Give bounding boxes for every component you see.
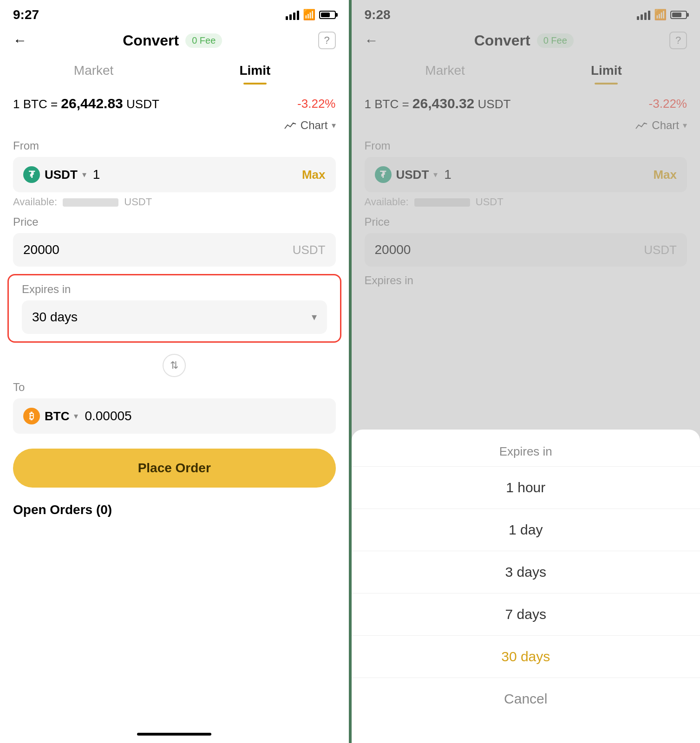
from-input-value-right[interactable]: 1 bbox=[444, 167, 647, 182]
from-input-row-left: ₮ USDT ▾ 1 Max bbox=[13, 157, 336, 192]
expires-option-30days[interactable]: 30 days bbox=[352, 636, 700, 678]
expires-bottom-sheet[interactable]: Expires in 1 hour 1 day 3 days 7 days 30… bbox=[352, 430, 700, 743]
price-input-currency-left: USDT bbox=[293, 243, 326, 257]
expires-dropdown-left[interactable]: 30 days ▾ bbox=[22, 300, 327, 334]
from-section-right: From ₮ USDT ▾ 1 Max Available: USDT bbox=[352, 139, 700, 208]
status-bar-right: 9:28 📶 bbox=[352, 0, 700, 26]
price-label-left: Price bbox=[13, 215, 336, 228]
price-value-left: 26,442.83 bbox=[61, 96, 123, 111]
to-label-left: To bbox=[13, 381, 336, 394]
time-right: 9:28 bbox=[365, 7, 391, 22]
chart-toggle-left[interactable]: Chart ▾ bbox=[0, 119, 349, 139]
from-currency-selector-right[interactable]: ₮ USDT ▾ bbox=[375, 166, 438, 183]
nav-title-left: Convert bbox=[123, 32, 179, 49]
price-row-left: 1 BTC = 26,442.83 USDT -3.22% bbox=[0, 96, 349, 119]
wifi-icon: 📶 bbox=[303, 9, 315, 21]
price-suffix-right: USDT bbox=[478, 97, 511, 111]
swap-btn-row-left: ⇅ bbox=[0, 350, 349, 381]
help-button-right[interactable]: ? bbox=[669, 32, 687, 49]
nav-title-group-right: Convert 0 Fee bbox=[474, 32, 574, 49]
tab-market-left[interactable]: Market bbox=[13, 57, 174, 85]
from-label-right: From bbox=[365, 139, 687, 152]
nav-header-left: ← Convert 0 Fee ? bbox=[0, 26, 349, 57]
expires-section-left: Expires in 30 days ▾ bbox=[7, 274, 341, 343]
price-label-right: Price bbox=[365, 215, 687, 228]
price-info-left: 1 BTC = 26,442.83 USDT bbox=[13, 96, 159, 111]
max-button-right[interactable]: Max bbox=[653, 168, 677, 182]
tabs-left: Market Limit bbox=[0, 57, 349, 85]
nav-header-right: ← Convert 0 Fee ? bbox=[352, 26, 700, 57]
to-section-left: To ₿ BTC ▾ 0.00005 bbox=[0, 381, 349, 434]
price-prefix-left: 1 BTC = bbox=[13, 97, 58, 111]
place-order-button-left[interactable]: Place Order bbox=[13, 449, 336, 488]
expires-chevron-icon-left: ▾ bbox=[312, 311, 317, 323]
tab-market-right[interactable]: Market bbox=[365, 57, 526, 85]
from-currency-name-right: USDT bbox=[396, 168, 429, 182]
from-chevron-icon-left: ▾ bbox=[82, 169, 86, 180]
price-value-right: 26,430.32 bbox=[412, 96, 474, 111]
available-text-right: Available: USDT bbox=[365, 192, 687, 208]
price-section-left: Price 20000 USDT bbox=[0, 215, 349, 267]
expires-cancel-button[interactable]: Cancel bbox=[352, 678, 700, 720]
battery-icon-right bbox=[670, 11, 687, 19]
help-button-left[interactable]: ? bbox=[318, 32, 336, 49]
max-button-left[interactable]: Max bbox=[302, 168, 326, 182]
from-input-value-left[interactable]: 1 bbox=[93, 167, 295, 182]
expires-option-3days[interactable]: 3 days bbox=[352, 551, 700, 593]
tether-icon-left: ₮ bbox=[23, 166, 40, 183]
signal-icon bbox=[286, 10, 299, 20]
price-input-row-right[interactable]: 20000 USDT bbox=[365, 233, 687, 267]
to-currency-name-left: BTC bbox=[45, 409, 69, 424]
tabs-right: Market Limit bbox=[352, 57, 700, 85]
available-text-left: Available: USDT bbox=[13, 192, 336, 208]
expires-option-7days[interactable]: 7 days bbox=[352, 593, 700, 636]
expires-value-left: 30 days bbox=[32, 310, 312, 325]
chart-icon-right bbox=[635, 120, 648, 130]
tab-limit-right[interactable]: Limit bbox=[526, 57, 687, 85]
from-currency-name-left: USDT bbox=[45, 168, 78, 182]
available-blur-left bbox=[63, 198, 118, 207]
from-label-left: From bbox=[13, 139, 336, 152]
to-currency-selector-left[interactable]: ₿ BTC ▾ bbox=[23, 408, 78, 424]
signal-icon-right bbox=[637, 10, 650, 20]
fee-badge-left: 0 Fee bbox=[185, 33, 222, 48]
chart-icon-left bbox=[284, 120, 297, 130]
from-currency-selector-left[interactable]: ₮ USDT ▾ bbox=[23, 166, 86, 183]
chevron-down-icon-right: ▾ bbox=[683, 120, 687, 130]
chart-label-left: Chart bbox=[301, 119, 328, 132]
home-indicator-left bbox=[137, 733, 211, 736]
expires-option-1hour[interactable]: 1 hour bbox=[352, 467, 700, 509]
wifi-icon-right: 📶 bbox=[654, 9, 667, 21]
swap-button-left[interactable]: ⇅ bbox=[163, 354, 186, 377]
bottom-sheet-title: Expires in bbox=[352, 430, 700, 467]
tether-icon-right: ₮ bbox=[375, 166, 392, 183]
to-input-row-left: ₿ BTC ▾ 0.00005 bbox=[13, 398, 336, 434]
price-info-right: 1 BTC = 26,430.32 USDT bbox=[365, 96, 511, 111]
expires-option-1day[interactable]: 1 day bbox=[352, 509, 700, 551]
price-input-value-left[interactable]: 20000 bbox=[23, 242, 293, 257]
expires-label-left: Expires in bbox=[22, 283, 327, 296]
back-button-right[interactable]: ← bbox=[365, 33, 379, 48]
price-input-row-left[interactable]: 20000 USDT bbox=[13, 233, 336, 267]
from-input-row-right: ₮ USDT ▾ 1 Max bbox=[365, 157, 687, 192]
status-icons-right: 📶 bbox=[637, 9, 687, 21]
tab-limit-left[interactable]: Limit bbox=[174, 57, 335, 85]
chevron-down-icon-left: ▾ bbox=[332, 120, 336, 130]
expires-section-right: Expires in bbox=[352, 274, 700, 292]
nav-title-right: Convert bbox=[474, 32, 530, 49]
back-button-left[interactable]: ← bbox=[13, 33, 27, 48]
price-input-value-right[interactable]: 20000 bbox=[375, 242, 644, 257]
available-blur-right bbox=[414, 198, 470, 207]
price-row-right: 1 BTC = 26,430.32 USDT -3.22% bbox=[352, 96, 700, 119]
to-input-value-left[interactable]: 0.00005 bbox=[85, 409, 325, 424]
status-bar-left: 9:27 📶 bbox=[0, 0, 349, 26]
price-section-right: Price 20000 USDT bbox=[352, 215, 700, 267]
nav-title-group-left: Convert 0 Fee bbox=[123, 32, 222, 49]
btc-icon-left: ₿ bbox=[23, 408, 40, 424]
right-screen: 9:28 📶 ← Convert 0 Fee ? Market Limit bbox=[352, 0, 700, 743]
time-left: 9:27 bbox=[13, 7, 39, 22]
open-orders-left: Open Orders (0) bbox=[0, 495, 349, 525]
price-change-left: -3.22% bbox=[297, 97, 335, 111]
to-chevron-icon-left: ▾ bbox=[74, 411, 78, 421]
chart-toggle-right[interactable]: Chart ▾ bbox=[352, 119, 700, 139]
